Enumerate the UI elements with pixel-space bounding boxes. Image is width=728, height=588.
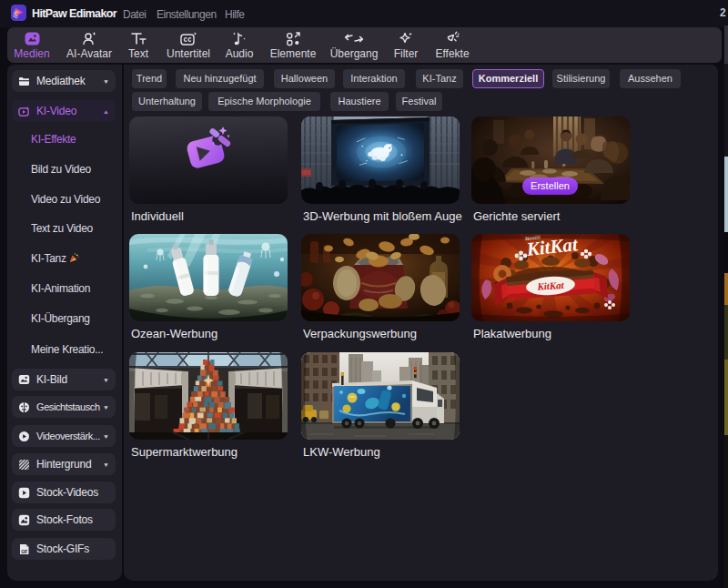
svg-text:GIF: GIF [21, 549, 27, 553]
svg-text:KitKat: KitKat [536, 279, 565, 292]
